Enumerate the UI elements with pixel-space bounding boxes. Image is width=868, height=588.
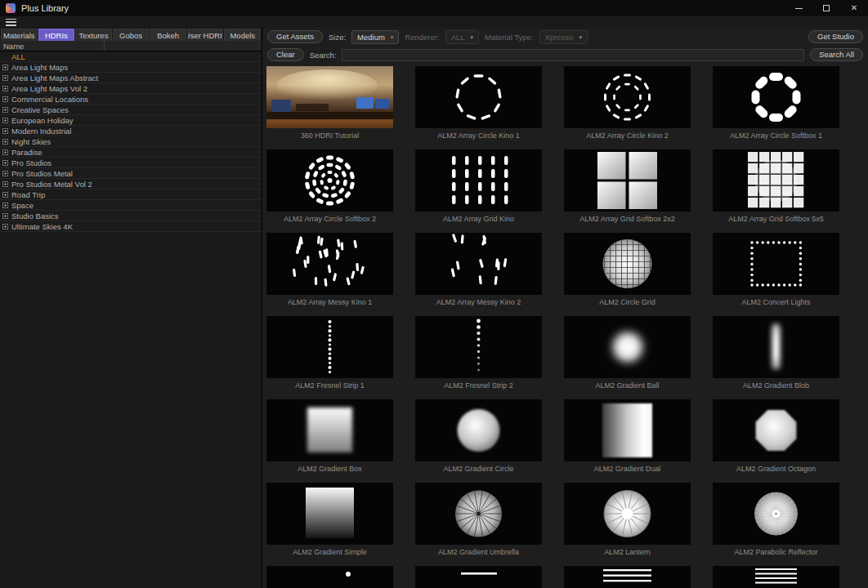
expand-icon[interactable] [2, 171, 8, 176]
renderer-dropdown[interactable]: ALL ▾ [445, 30, 479, 44]
asset-thumbnail[interactable] [415, 566, 542, 588]
get-studio-button[interactable]: Get Studio [808, 30, 863, 43]
asset-thumbnail[interactable] [266, 66, 393, 128]
tab-materials[interactable]: Materials [1, 29, 38, 41]
asset-cell-alm2-fresnel-strip-1[interactable]: ALM2 Fresnel Strip 1 [266, 316, 393, 399]
category-item-european-holiday[interactable]: European Holiday [0, 115, 262, 126]
get-assets-button[interactable]: Get Assets [267, 30, 323, 43]
category-item-paradise[interactable]: Paradise [0, 147, 262, 158]
category-item-ultimate-skies-4k[interactable]: Ultimate Skies 4K [0, 221, 262, 232]
asset-cell-alm2-gradient-blob[interactable]: ALM2 Gradient Blob [713, 316, 839, 399]
asset-cell-26[interactable] [564, 566, 691, 588]
tab-models[interactable]: Models [224, 29, 261, 41]
asset-thumbnail[interactable] [266, 399, 393, 461]
asset-thumbnail[interactable] [713, 316, 839, 378]
asset-cell-alm2-fresnel-strip-2[interactable]: ALM2 Fresnel Strip 2 [415, 316, 542, 399]
asset-cell-360-hdri-tutorial[interactable]: 360 HDRI Tutorial [266, 66, 393, 149]
expand-icon[interactable] [2, 128, 8, 134]
asset-thumbnail[interactable] [415, 149, 542, 212]
expand-icon[interactable] [2, 96, 8, 102]
search-input[interactable] [342, 49, 804, 61]
expand-icon[interactable] [2, 181, 8, 187]
asset-cell-alm2-lantern[interactable]: ALM2 Lantern [564, 483, 691, 566]
asset-cell-alm2-gradient-dual[interactable]: ALM2 Gradient Dual [564, 399, 691, 483]
asset-cell-alm2-array-grid-softbox-5x5[interactable]: ALM2 Array Grid Softbox 5x5 [713, 149, 839, 233]
category-item-road-trip[interactable]: Road Trip [0, 189, 262, 200]
asset-cell-alm2-gradient-umbrella[interactable]: ALM2 Gradient Umbrella [415, 483, 542, 566]
asset-cell-alm2-gradient-octagon[interactable]: ALM2 Gradient Octagon [713, 399, 839, 483]
expand-icon[interactable] [2, 65, 8, 70]
category-item-commercial-locations[interactable]: Commercial Locations [0, 94, 262, 105]
asset-thumbnail[interactable] [266, 149, 393, 212]
asset-thumbnail[interactable] [415, 483, 542, 545]
maximize-button[interactable] [812, 0, 840, 16]
category-item-pro-studios[interactable]: Pro Studios [0, 158, 262, 168]
asset-thumbnail[interactable] [564, 399, 691, 461]
asset-thumbnail[interactable] [713, 399, 839, 461]
tab-user-hdris[interactable]: User HDRIs [187, 29, 224, 41]
asset-cell-alm2-array-circle-kino-1[interactable]: ALM2 Array Circle Kino 1 [415, 66, 542, 149]
asset-cell-alm2-gradient-ball[interactable]: ALM2 Gradient Ball [564, 316, 691, 399]
asset-cell-alm2-gradient-simple[interactable]: ALM2 Gradient Simple [266, 483, 393, 566]
category-item-space[interactable]: Space [0, 200, 262, 211]
category-item-area-light-maps-vol-2[interactable]: Area Light Maps Vol 2 [0, 83, 262, 94]
clear-button[interactable]: Clear [267, 48, 304, 61]
category-item-area-light-maps[interactable]: Area Light Maps [0, 62, 262, 73]
expand-icon[interactable] [2, 149, 8, 155]
category-item-area-light-maps-abstract[interactable]: Area Light Maps Abstract [0, 73, 262, 83]
asset-cell-alm2-array-circle-softbox-1[interactable]: ALM2 Array Circle Softbox 1 [713, 66, 839, 149]
expand-icon[interactable] [2, 118, 8, 123]
asset-thumbnail[interactable] [415, 233, 542, 295]
tab-textures[interactable]: Textures [75, 29, 112, 41]
asset-thumbnail[interactable] [415, 399, 542, 461]
expand-icon[interactable] [2, 192, 8, 198]
asset-thumbnail[interactable] [266, 316, 393, 378]
tab-gobos[interactable]: Gobos [113, 29, 150, 41]
asset-cell-alm2-gradient-circle[interactable]: ALM2 Gradient Circle [415, 399, 542, 483]
asset-cell-25[interactable] [415, 566, 542, 588]
asset-cell-alm2-array-circle-kino-2[interactable]: ALM2 Array Circle Kino 2 [564, 66, 691, 149]
asset-thumbnail[interactable] [713, 566, 839, 588]
asset-thumbnail[interactable] [564, 149, 691, 212]
category-item-all[interactable]: ALL [0, 51, 262, 62]
asset-cell-alm2-concert-lights[interactable]: ALM2 Concert Lights [713, 233, 839, 316]
asset-thumbnail[interactable] [564, 66, 691, 128]
category-item-pro-studios-metal-vol-2[interactable]: Pro Studios Metal Vol 2 [0, 179, 262, 189]
tab-bokeh[interactable]: Bokeh [150, 29, 186, 41]
category-item-night-skies[interactable]: Night Skies [0, 136, 262, 147]
close-button[interactable]: ✕ [840, 0, 868, 16]
asset-thumbnail[interactable] [415, 316, 542, 378]
asset-thumbnail[interactable] [564, 566, 691, 588]
category-item-pro-studios-metal[interactable]: Pro Studios Metal [0, 168, 262, 179]
menu-icon[interactable] [6, 19, 16, 26]
asset-thumbnail[interactable] [564, 316, 691, 378]
asset-thumbnail[interactable] [713, 483, 839, 545]
asset-cell-alm2-array-messy-kino-1[interactable]: ALM2 Array Messy Kino 1 [266, 233, 393, 316]
asset-thumbnail[interactable] [564, 483, 691, 545]
asset-cell-alm2-array-circle-softbox-2[interactable]: ALM2 Array Circle Softbox 2 [266, 149, 393, 233]
asset-thumbnail[interactable] [713, 233, 839, 295]
expand-icon[interactable] [2, 86, 8, 91]
category-item-studio-basics[interactable]: Studio Basics [0, 211, 262, 221]
asset-cell-alm2-gradient-box[interactable]: ALM2 Gradient Box [266, 399, 393, 483]
category-item-creative-spaces[interactable]: Creative Spaces [0, 105, 262, 115]
tab-hdris[interactable]: HDRIs [38, 29, 75, 41]
asset-thumbnail[interactable] [415, 66, 542, 128]
expand-icon[interactable] [2, 213, 8, 219]
asset-thumbnail[interactable] [266, 566, 393, 588]
asset-thumbnail[interactable] [713, 149, 839, 212]
asset-cell-24[interactable] [266, 566, 393, 588]
expand-icon[interactable] [2, 160, 8, 166]
size-dropdown[interactable]: Medium ▾ [351, 30, 399, 44]
asset-thumbnail[interactable] [713, 66, 839, 128]
expand-icon[interactable] [2, 139, 8, 145]
asset-cell-27[interactable] [713, 566, 839, 588]
asset-thumbnail[interactable] [266, 233, 393, 295]
expand-icon[interactable] [2, 203, 8, 208]
asset-cell-alm2-array-grid-softbox-2x2[interactable]: ALM2 Array Grid Softbox 2x2 [564, 149, 691, 233]
material-type-dropdown[interactable]: Xpresso ▾ [539, 30, 588, 44]
name-column-header[interactable]: Name [0, 41, 105, 51]
asset-thumbnail[interactable] [564, 233, 691, 295]
minimize-button[interactable] [785, 0, 812, 16]
asset-thumbnail[interactable] [266, 483, 393, 545]
